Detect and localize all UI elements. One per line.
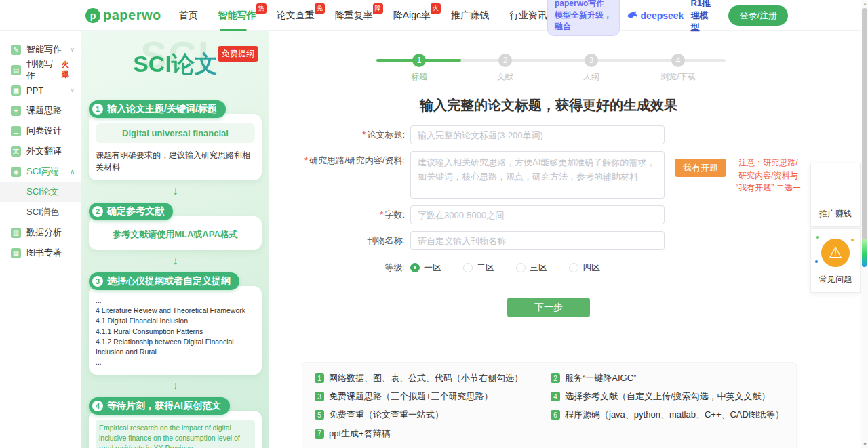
label-text: 刊物名称: [367,235,405,245]
sidebar-item-label: 刊物写作 [26,58,58,82]
paperwo-logo-text: paperwo [103,7,161,23]
step-label-literature: 文献 [497,71,513,83]
chevron-up-icon: ∧ [70,168,75,175]
nav-item-reduce-aigc[interactable]: 降Aigc率 火 [393,9,431,22]
sci-promo-panel: SCI SCI论文 免费提纲 1 输入论文主题/关键词/标题 Digital u… [81,31,269,448]
level-radio-zone2[interactable]: 二区 [463,262,494,274]
sidebar-item-survey-design[interactable]: ☰ 问卷设计 [0,121,81,141]
level-radio-zone3[interactable]: 三区 [516,262,547,274]
sidebar-item-foreign-translation[interactable]: 文 外文翻译 [0,141,81,161]
step-circle-download: 4 [671,54,685,67]
required-mark: * [362,129,366,140]
warning-icon: ⚠ [821,239,850,267]
sidebar-subitem-sci-paper[interactable]: SCI论文 [0,182,81,202]
reduce-badge: 降 [373,3,383,14]
deepseek-brand: deepseek [627,9,684,21]
sidebar-item-topic-ideas[interactable]: ✦ 课题思路 [0,100,81,121]
idea-label: *研究思路/研究内容/资料: [269,151,410,170]
chevron-down-icon: ∨ [70,87,75,94]
page-body: ✎ 智能写作 ∨ ▤ 刊物写作 火爆 ▣ PPT ∨ ✦ 课题思路 ☰ 问卷设计… [0,31,868,448]
sidebar-item-label: 外文翻译 [26,145,62,157]
sidebar-item-label: PPT [26,85,43,96]
feature-number: 4 [551,392,560,401]
scroll-up-arrow[interactable]: ▲ [861,1,868,6]
sidebar-item-ppt[interactable]: ▣ PPT ∨ [0,80,81,100]
outline-line: ... [96,296,255,306]
research-idea-textarea[interactable] [410,151,665,199]
nav-item-promote-earn[interactable]: 推广赚钱 [451,9,489,22]
journal-name-input[interactable] [410,231,665,250]
nav-item-plagiarism-check[interactable]: 论文查重 免 [277,9,315,22]
step4-number: 4 [92,401,103,411]
scrollbar-thumb[interactable] [862,8,867,262]
nav-item-home[interactable]: 首页 [179,9,198,22]
paper-title-input[interactable] [410,125,665,144]
login-register-button[interactable]: 登录/注册 [728,5,788,26]
deepseek-wordmark: deepseek [641,10,684,21]
form-row-words: *字数: [269,205,868,224]
panel-step2-pill: 2 确定参考文献 [89,203,173,220]
nav-item-label: 降重复率 [335,9,373,20]
nav-item-smart-writing[interactable]: 智能写作 热 [218,9,256,22]
main-nav: 首页 智能写作 热 论文查重 免 降重复率 降 降Aigc率 火 推广赚钱 行业… [179,9,547,22]
sidebar-item-label: 智能写作 [26,43,62,56]
outline-line: 4.1.1 Rural Consumption Patterns [96,327,255,337]
paper-form: *论文标题: *研究思路/研究内容/资料: 我有开题 注意：研究思路/研究内容/… [269,125,868,317]
label-text: 等级: [384,262,405,272]
sidebar-item-journal-writing[interactable]: ▤ 刊物写作 火爆 [0,60,81,80]
word-count-input[interactable] [410,205,665,224]
nav-item-industry-news[interactable]: 行业资讯 [509,9,547,22]
left-sidebar: ✎ 智能写作 ∨ ▤ 刊物写作 火爆 ▣ PPT ∨ ✦ 课题思路 ☰ 问卷设计… [0,31,81,448]
sidebar-item-book-monograph[interactable]: ▦ 图书专著 [0,243,81,263]
scroll-down-arrow[interactable]: ▼ [861,442,868,447]
level-label: 等级: [269,261,410,274]
chart-icon: ▥ [11,228,21,238]
feature-item: 3免费课题思路（三个拟题+三个研究思路） [315,390,551,403]
panel-steps: 1 输入论文主题/关键词/标题 Digital universal financ… [81,81,269,448]
model-upgrade-banner[interactable]: paperwo写作模型全新升级，融合 [547,0,620,36]
level-radio-zone4[interactable]: 四区 [569,262,600,274]
fire-badge: 火 [431,3,441,14]
page-title: 输入完整的论文标题，获得更好的生成效果 [269,96,828,115]
paperwo-logo[interactable]: p paperwo [85,7,161,23]
step2-title: 确定参考文献 [107,205,164,218]
sidebar-item-sci-premium[interactable]: ◈ SCI高端 ∧ [0,161,81,182]
feature-number: 5 [315,410,324,420]
feature-text: ppt生成+答辩稿 [329,428,391,440]
label-text: 论文标题: [367,129,405,140]
level-radio-zone1[interactable]: 一区 [410,262,441,274]
feature-number: 3 [315,392,324,401]
reference-format-note: 参考文献请使用MLA或APA格式 [96,226,255,243]
next-step-button[interactable]: 下一步 [507,298,590,317]
step1-title: 输入论文主题/关键词/标题 [107,103,217,115]
hot-text-badge: 火爆 [62,60,75,80]
feature-text: 选择参考文献（自定义上传/搜索勾选，中英文文献） [565,390,770,403]
sidebar-item-smart-writing[interactable]: ✎ 智能写作 ∨ [0,39,81,60]
top-navbar: p paperwo 首页 智能写作 热 论文查重 免 降重复率 降 降Aigc率… [0,0,868,31]
step1-number: 1 [92,104,103,115]
outline-line: ... [96,357,255,367]
panel-step1-pill: 1 输入论文主题/关键词/标题 [89,100,226,118]
down-arrow-icon: ↓ [89,380,262,391]
nav-item-reduce-duplication[interactable]: 降重复率 降 [335,9,373,22]
radio-dot [516,263,526,272]
nav-item-label: 降Aigc率 [393,9,431,20]
words-label: *字数: [269,205,410,224]
sidebar-item-data-analysis[interactable]: ▥ 数据分析 [0,222,81,243]
promote-earn-card[interactable]: 推广赚钱 [810,163,861,227]
faq-card[interactable]: ⚠ 常见问题 [810,228,861,293]
step-circle-outline: 3 [585,54,598,67]
label-text: 研究思路/研究内容/资料: [309,155,405,165]
pinwheel-icon [821,173,850,201]
feature-number: 2 [551,373,560,383]
sidebar-subitem-sci-polish[interactable]: SCI润色 [0,202,81,222]
panel-step3-pill: 3 选择心仪提纲或者自定义提纲 [89,272,239,290]
journal-label: 刊物名称: [269,231,410,250]
side-widget-handle[interactable] [862,239,867,267]
label-text: 字数: [384,209,405,220]
step-label-title: 标题 [411,71,427,83]
translate-icon: 文 [11,146,21,157]
have-proposal-button[interactable]: 我有开题 [675,159,726,177]
required-mark: * [380,209,383,220]
panel-title-row: SCI论文 免费提纲 [81,49,269,81]
